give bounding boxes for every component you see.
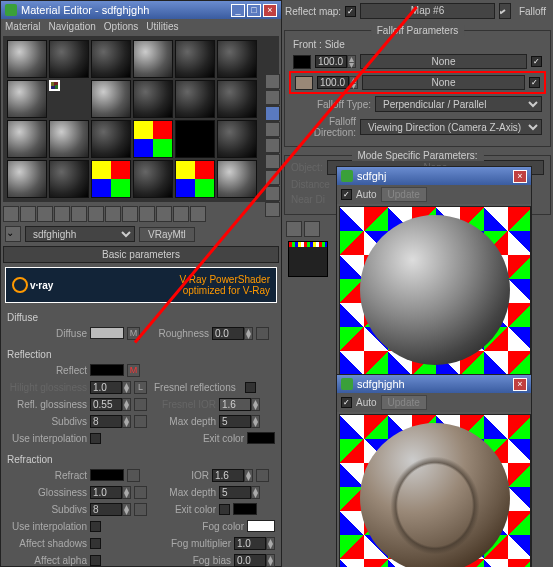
titlebar[interactable]: Material Editor - sdfghjghh _ □ × [1, 1, 281, 19]
refr-exitcolor-checkbox[interactable] [219, 504, 230, 515]
go-to-parent-button[interactable] [173, 206, 189, 222]
fresnel-checkbox[interactable] [245, 382, 256, 393]
menu-navigation[interactable]: Navigation [49, 21, 96, 32]
get-material-button[interactable] [3, 206, 19, 222]
preview1-auto-checkbox[interactable] [341, 189, 352, 200]
sample-slot[interactable] [7, 80, 47, 118]
sample-slot-selected[interactable] [49, 80, 60, 91]
falloff-type-dropdown[interactable]: Perpendicular / Parallel [375, 96, 542, 112]
diffuse-color-swatch[interactable] [90, 327, 124, 339]
select-by-mat-button[interactable] [265, 186, 280, 201]
refl-maxdepth-spinner[interactable] [219, 415, 251, 428]
refr-gloss-map-button[interactable] [134, 486, 147, 499]
sample-slot[interactable] [7, 40, 47, 78]
sample-type-button[interactable] [265, 74, 280, 89]
sample-slot[interactable] [175, 80, 215, 118]
reflect-color-swatch[interactable] [90, 364, 124, 376]
subdivs-slot-button[interactable] [134, 415, 147, 428]
side-map-checkbox[interactable] [529, 77, 540, 88]
nav-button-1[interactable] [286, 221, 302, 237]
fogbias-spinner[interactable] [234, 554, 266, 567]
refl-subdivs-spinner[interactable] [90, 415, 122, 428]
refr-exitcolor-swatch[interactable] [233, 503, 257, 515]
sample-slot[interactable] [133, 40, 173, 78]
make-unique-button[interactable] [88, 206, 104, 222]
map-type-dropdown[interactable] [499, 3, 511, 19]
reflectmap-checkbox[interactable] [345, 6, 356, 17]
sample-slot[interactable] [175, 120, 215, 158]
maximize-button[interactable]: □ [247, 4, 261, 17]
front-map-button[interactable]: None [360, 54, 527, 69]
hilight-lock-button[interactable]: L [134, 381, 147, 394]
refr-gloss-spinner[interactable] [90, 486, 122, 499]
sample-slot[interactable] [91, 120, 131, 158]
refl-exitcolor-swatch[interactable] [247, 432, 275, 444]
front-map-checkbox[interactable] [531, 56, 542, 67]
front-color-swatch[interactable] [293, 55, 311, 69]
preview1-titlebar[interactable]: sdfghj × [337, 167, 531, 185]
preview2-auto-checkbox[interactable] [341, 397, 352, 408]
sample-slot[interactable] [49, 160, 89, 198]
refl-gloss-spinner[interactable] [90, 398, 122, 411]
refl-useinterp-checkbox[interactable] [90, 433, 101, 444]
side-map-button[interactable]: None [362, 75, 525, 90]
menu-material[interactable]: Material [5, 21, 41, 32]
refr-subdivs-slot-button[interactable] [134, 503, 147, 516]
material-id-button[interactable] [122, 206, 138, 222]
ior-map-button[interactable] [256, 469, 269, 482]
refract-color-swatch[interactable] [90, 469, 124, 481]
affectshadows-checkbox[interactable] [90, 538, 101, 549]
pick-material-button[interactable]: ⌄ [5, 226, 21, 242]
side-value-spinner[interactable] [317, 76, 349, 89]
fogcolor-swatch[interactable] [247, 520, 275, 532]
video-check-button[interactable] [265, 138, 280, 153]
sample-slot[interactable] [49, 120, 89, 158]
roughness-spinner[interactable] [212, 327, 244, 340]
falloff-dir-dropdown[interactable]: Viewing Direction (Camera Z-Axis) [360, 119, 542, 135]
sample-slot[interactable] [217, 80, 257, 118]
sample-slot[interactable] [133, 80, 173, 118]
make-preview-button[interactable] [265, 154, 280, 169]
sample-slot[interactable] [7, 160, 47, 198]
sample-slot[interactable] [91, 80, 131, 118]
sample-slot[interactable] [7, 120, 47, 158]
nav-button-2[interactable] [304, 221, 320, 237]
go-forward-button[interactable] [190, 206, 206, 222]
put-to-library-button[interactable] [105, 206, 121, 222]
reflect-map-button[interactable]: M [127, 364, 140, 377]
menu-utilities[interactable]: Utilities [146, 21, 178, 32]
sample-slot[interactable] [133, 120, 173, 158]
roughness-map-button[interactable] [256, 327, 269, 340]
minimize-button[interactable]: _ [231, 4, 245, 17]
fresnel-ior-spinner[interactable] [219, 398, 251, 411]
sample-slot[interactable] [175, 160, 215, 198]
sample-slot[interactable] [133, 160, 173, 198]
hilight-spinner[interactable] [90, 381, 122, 394]
ior-spinner[interactable] [212, 469, 244, 482]
preview2-titlebar[interactable]: sdfghjghh × [337, 375, 531, 393]
sample-slot[interactable] [91, 40, 131, 78]
reset-map-button[interactable] [54, 206, 70, 222]
front-value-spinner[interactable] [315, 55, 347, 68]
affectalpha-checkbox[interactable] [90, 555, 101, 566]
backlight-button[interactable] [265, 90, 280, 105]
sample-slot[interactable] [91, 160, 131, 198]
material-map-nav-button[interactable] [265, 202, 280, 217]
background-button[interactable] [265, 106, 280, 121]
material-name-dropdown[interactable]: sdfghighh [25, 226, 135, 242]
sample-slot[interactable] [217, 160, 257, 198]
refr-subdivs-spinner[interactable] [90, 503, 122, 516]
close-button[interactable]: × [263, 4, 277, 17]
show-map-button[interactable] [139, 206, 155, 222]
assign-to-selection-button[interactable] [37, 206, 53, 222]
preview2-close-button[interactable]: × [513, 378, 527, 391]
refl-gloss-map-button[interactable] [134, 398, 147, 411]
refr-maxdepth-spinner[interactable] [219, 486, 251, 499]
show-end-result-button[interactable] [156, 206, 172, 222]
fogmult-spinner[interactable] [234, 537, 266, 550]
sample-slot[interactable] [175, 40, 215, 78]
map-name-button[interactable]: Map #6 [360, 3, 495, 19]
preview1-update-button[interactable]: Update [381, 187, 427, 202]
gradient-preview[interactable] [288, 241, 328, 277]
basic-params-rollup[interactable]: Basic parameters [3, 246, 279, 263]
